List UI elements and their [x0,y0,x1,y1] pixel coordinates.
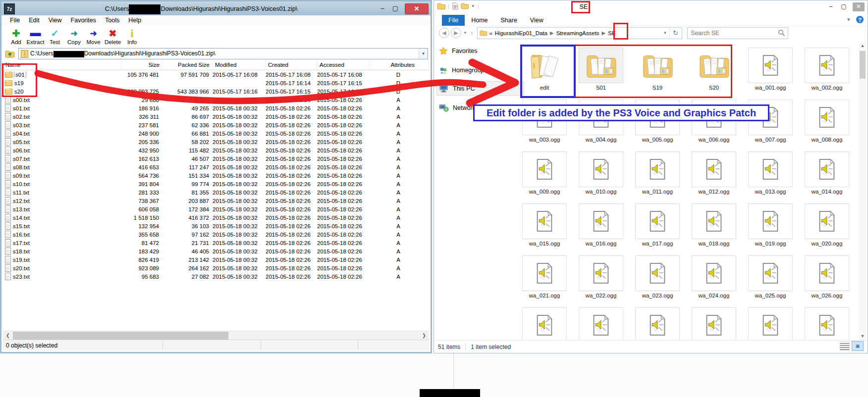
table-row[interactable]: s08.txt416 653117 2472015-05-18 00:32201… [3,163,429,171]
vertical-scrollbar[interactable]: ▲ ▼ [859,42,867,340]
table-row[interactable]: s01105 376 48197 591 7092015-05-17 16:08… [3,70,429,79]
qat-dropdown-icon[interactable]: ▼ [471,4,475,8]
file-item[interactable]: wa_022.ogg [579,255,623,307]
file-item[interactable]: wa_015.ogg [522,203,567,255]
folder-item[interactable]: S20 [692,48,736,99]
file-item[interactable]: wa_025.ogg [748,255,793,307]
test-button[interactable]: ✓Test [45,25,64,48]
file-item[interactable] [805,307,849,340]
file-item[interactable]: wa_016.ogg [579,203,623,255]
menu-view[interactable]: View [44,17,66,24]
breadcrumb-item[interactable]: HigurashiEp01_Data [495,30,547,36]
file-item[interactable] [748,307,793,340]
extract-button[interactable]: ▬Extract [26,25,45,48]
table-row[interactable]: s05.txt205 33658 2022015-05-18 00:322015… [3,138,429,146]
tab-view[interactable]: View [524,15,550,26]
help-icon[interactable]: ? [856,16,864,23]
parent-folder-button[interactable] [4,49,16,59]
history-dropdown-icon[interactable]: ▼ [463,31,467,35]
breadcrumb-item-se[interactable]: SE [608,30,615,36]
table-row[interactable]: s02.txt326 31186 6972015-05-18 00:322015… [3,112,429,121]
scroll-up-icon[interactable]: ▲ [859,42,867,50]
search-input[interactable] [688,29,776,37]
sevenzip-address-bar[interactable]: C:\UsersDownloads\Higurashi\HigurashiPS3… [18,48,428,59]
file-item[interactable]: wa_014.ogg [805,151,849,203]
file-item[interactable]: wa_008.ogg [805,99,849,151]
back-button[interactable]: ◀ [439,28,449,38]
file-item[interactable]: wa_012.ogg [692,151,736,203]
scrollbar-thumb[interactable] [860,51,866,79]
maximize-button[interactable]: ▢ [390,3,401,13]
file-item[interactable]: wa_002.ogg [805,48,849,99]
table-row[interactable]: s18.txt183 42946 4052015-05-18 00:322015… [3,247,429,255]
tab-share[interactable]: Share [494,15,524,26]
breadcrumb-lead[interactable]: « [489,30,492,36]
search-box[interactable] [687,27,788,39]
sidebar-item-this-pc[interactable]: This PC [439,84,475,93]
scroll-right-icon[interactable]: ❯ [420,332,428,340]
table-row[interactable]: s10.txt391 80499 7742015-05-18 00:322015… [3,180,429,188]
qat-properties-icon[interactable] [452,2,458,10]
minimize-button[interactable]: – [377,3,388,13]
table-row[interactable]: s06.txt432 950115 4822015-05-18 00:32201… [3,146,429,154]
move-button[interactable]: ➜Move [84,25,103,48]
minimize-button[interactable]: – [825,2,837,11]
table-row[interactable]: s20.txt923 089264 1622015-05-18 00:32201… [3,264,429,272]
table-row[interactable]: s17.txt81 47221 7312015-05-18 00:322015-… [3,239,429,247]
breadcrumb-item[interactable]: StreamingAssets [556,30,599,36]
table-row[interactable]: s14.txt1 518 150416 3722015-05-18 00:322… [3,213,429,222]
file-item[interactable]: wa_011.ogg [635,151,680,203]
breadcrumb[interactable]: « HigurashiEp01_Data ▶ StreamingAssets ▶… [477,27,682,39]
table-row[interactable]: s12.txt738 367203 8872015-05-18 00:32201… [3,197,429,205]
file-item[interactable]: wa_017.ogg [635,203,680,255]
file-item[interactable]: wa_020.ogg [805,203,849,255]
menu-edit[interactable]: Edit [24,17,44,24]
file-item[interactable]: wa_009.ogg [522,151,567,203]
close-button[interactable]: ✕ [405,3,429,14]
close-button[interactable]: ✕ [853,2,865,11]
expand-ribbon-icon[interactable]: ▼ [846,17,851,22]
table-row[interactable]: s04.txt248 90066 8812015-05-18 00:322015… [3,129,429,138]
menu-favorites[interactable]: Favorites [66,17,101,24]
copy-button[interactable]: ➜Copy [64,25,84,48]
table-row[interactable]: s15.txt132 95436 1032015-05-18 00:322015… [3,222,429,230]
menu-tools[interactable]: Tools [101,17,124,24]
menu-help[interactable]: Help [124,17,146,24]
file-item[interactable] [522,307,567,340]
delete-button[interactable]: ✖Delete [103,25,122,48]
sidebar-item-homegroup[interactable]: Homegroup [439,66,484,75]
table-row[interactable]: s09.txt564 736151 3342015-05-18 00:32201… [3,171,429,180]
sevenzip-titlebar[interactable]: 7z C:\UsersDownloads\Higurashi\Higurashi… [1,1,431,15]
file-item[interactable]: wa_023.ogg [635,255,680,307]
address-dropdown-icon[interactable]: ▼ [661,29,669,38]
qat-new-folder-icon[interactable] [461,3,469,9]
sidebar-item-network[interactable]: Network [439,103,476,112]
scroll-down-icon[interactable]: ▼ [859,333,867,340]
table-row[interactable]: s192015-05-17 16:142015-05-17 16:15D [3,79,429,87]
table-row[interactable]: s20580 093 725543 383 9662015-05-17 16:1… [3,87,429,96]
list-header[interactable]: Name Size Packed Size Modified Created A… [3,60,429,70]
table-row[interactable]: s16.txt355 65897 1622015-05-18 00:322015… [3,230,429,239]
thumbnail-view-button[interactable]: ▣ [852,341,864,351]
add-button[interactable]: ✚Add [6,25,26,48]
up-button[interactable]: ↑ [470,29,474,37]
forward-button[interactable]: ▶ [451,28,461,38]
refresh-icon[interactable]: ↻ [669,28,681,39]
table-row[interactable]: s07.txt162 61346 5072015-05-18 00:322015… [3,154,429,163]
file-item[interactable]: wa_021.ogg [522,255,567,307]
info-button[interactable]: iInfo [122,25,142,48]
folder-item[interactable]: edit [522,48,567,99]
table-row[interactable]: s00.txt29 6881 5612015-05-17 18:152015-0… [3,96,429,104]
file-item[interactable]: wa_018.ogg [692,203,736,255]
file-item[interactable]: wa_026.ogg [805,255,849,307]
file-item[interactable]: wa_001.ogg [748,48,793,99]
file-item[interactable]: wa_013.ogg [748,151,793,203]
explorer-titlebar[interactable]: | ▼ | SE – ▢ ✕ [434,0,868,15]
menu-file[interactable]: File [5,17,24,24]
table-row[interactable]: s13.txt606 058172 3842015-05-18 00:32201… [3,205,429,213]
table-row[interactable]: s23.txt95 68327 0822015-05-18 00:322015-… [3,272,429,281]
tab-file[interactable]: File [442,15,465,26]
table-row[interactable]: s19.txt826 419213 1422015-05-18 00:32201… [3,255,429,264]
file-item[interactable]: wa_019.ogg [748,203,793,255]
folder-item[interactable]: S19 [635,48,680,99]
